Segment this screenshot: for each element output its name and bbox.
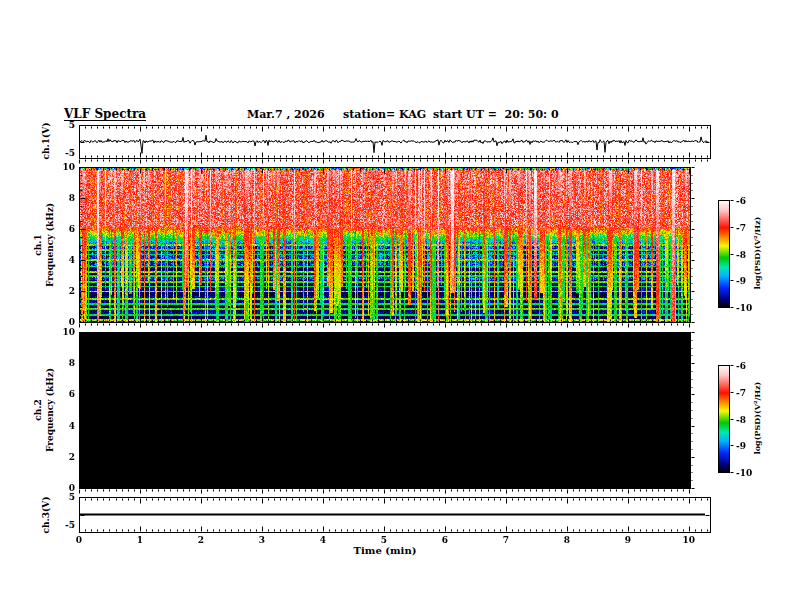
- colorbar-tick-label: -8: [736, 415, 762, 425]
- x-tick-label: 5: [374, 535, 394, 545]
- x-tick-label: 8: [557, 535, 577, 545]
- ch3-waveform-plot: [79, 497, 710, 532]
- freq-tick-label: 10: [53, 327, 75, 337]
- colorbar-tick-label: -9: [736, 276, 762, 286]
- freq-tick-label: 0: [53, 317, 75, 327]
- freq-tick-label: 2: [53, 452, 75, 462]
- ch1-spec-channel-label: ch.1: [34, 234, 43, 255]
- ch1-waveform-plot: [79, 125, 710, 158]
- ch2-spec-ylabel: Frequency (kHz): [46, 368, 55, 452]
- x-tick-label: 3: [252, 535, 272, 545]
- ch1-spectrogram-plot: [79, 167, 690, 322]
- ch1-wave-ytick-bottom: -5: [55, 148, 75, 158]
- ch1-wave-ylabel: ch.1(V): [42, 123, 51, 160]
- header-station: station= KAG: [343, 109, 426, 121]
- freq-tick-label: 6: [53, 224, 75, 234]
- x-tick-label: 10: [679, 535, 699, 545]
- ch1-colorbar: [718, 200, 729, 307]
- freq-tick-label: 0: [53, 483, 75, 493]
- x-tick-label: 4: [313, 535, 333, 545]
- freq-tick-label: 8: [53, 358, 75, 368]
- freq-tick-label: 4: [53, 421, 75, 431]
- ch2-spec-channel-label: ch.2: [34, 399, 43, 420]
- colorbar-tick-label: -7: [736, 388, 762, 398]
- ch3-wave-ytick-top: 5: [55, 492, 75, 502]
- x-tick-label: 1: [130, 535, 150, 545]
- x-tick-label: 2: [191, 535, 211, 545]
- x-axis-title: Time (min): [330, 546, 440, 556]
- freq-tick-label: 8: [53, 193, 75, 203]
- x-tick-label: 6: [435, 535, 455, 545]
- colorbar-tick-label: -9: [736, 441, 762, 451]
- colorbar-tick-label: -6: [736, 196, 762, 206]
- colorbar-tick-label: -8: [736, 250, 762, 260]
- ch2-colorbar: [718, 365, 729, 472]
- freq-tick-label: 4: [53, 255, 75, 265]
- colorbar-tick-label: -10: [736, 303, 762, 313]
- header-start-ut: start UT = 20: 50: 0: [433, 109, 559, 121]
- ch3-wave-ylabel: ch.3(V): [42, 497, 51, 534]
- freq-tick-label: 2: [53, 286, 75, 296]
- x-tick-label: 7: [496, 535, 516, 545]
- header-date: Mar.7 , 2026: [247, 109, 325, 121]
- colorbar-tick-label: -6: [736, 361, 762, 371]
- ch1-wave-ytick-top: 5: [55, 120, 75, 130]
- freq-tick-label: 10: [53, 162, 75, 172]
- figure-title: VLF Spectra: [64, 108, 146, 121]
- vlf-spectra-figure: VLF Spectra Mar.7 , 2026 station= KAG st…: [0, 0, 792, 612]
- freq-tick-label: 6: [53, 389, 75, 399]
- x-tick-label: 0: [69, 535, 89, 545]
- x-tick-label: 9: [618, 535, 638, 545]
- colorbar-tick-label: -10: [736, 468, 762, 478]
- colorbar-tick-label: -7: [736, 223, 762, 233]
- ch1-spec-ylabel: Frequency (kHz): [46, 203, 55, 287]
- ch2-spectrogram-plot: [79, 332, 690, 488]
- ch3-wave-ytick-bottom: -5: [55, 520, 75, 530]
